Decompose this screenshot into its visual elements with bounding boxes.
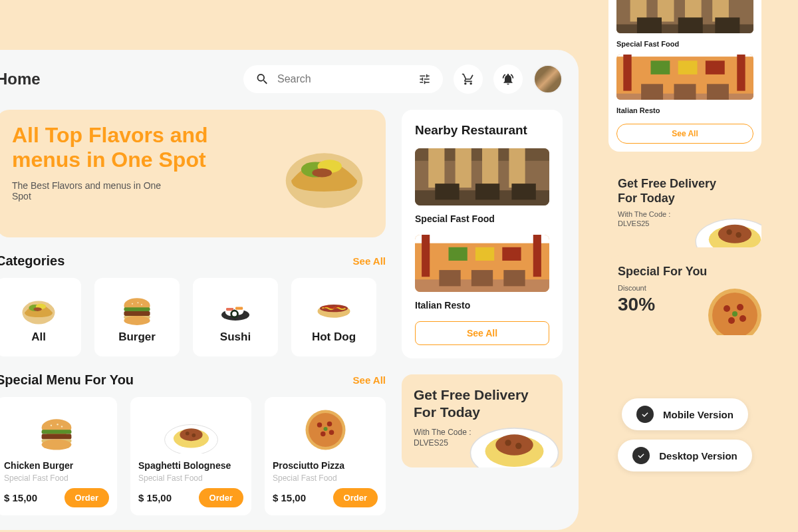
menu-item-spaghetti[interactable]: Spaghetti Bolognese Special Fast Food $ … [130, 397, 251, 515]
menu-name: Chicken Burger [4, 460, 109, 471]
category-all[interactable]: All [0, 278, 81, 356]
check-icon [636, 406, 654, 423]
menu-sub: Special Fast Food [4, 473, 109, 483]
categories-see-all[interactable]: See All [353, 255, 386, 267]
menu-price: $ 15,00 [273, 492, 306, 503]
categories-title: Categories [0, 253, 65, 269]
category-label: Hot Dog [312, 331, 356, 344]
restaurant-image [616, 55, 753, 100]
restaurant-image [415, 235, 549, 292]
notifications-button[interactable] [493, 65, 523, 94]
order-button[interactable]: Order [333, 488, 378, 507]
check-icon [632, 447, 650, 464]
version-label: Mobile Version [663, 409, 733, 420]
special-menu-row: Chicken Burger Special Fast Food $ 15,00… [0, 397, 386, 515]
hero-title: All Top Flavors and menus in One Spot [12, 123, 238, 172]
restaurant-name: Italian Resto [415, 300, 549, 311]
category-hotdog[interactable]: Hot Dog [291, 278, 376, 356]
restaurant-image [616, 0, 753, 33]
search-input[interactable] [277, 73, 410, 85]
menu-sub: Special Fast Food [138, 473, 243, 483]
version-label: Desktop Version [659, 450, 737, 462]
mobile-preview: Special Fast Food Italian Resto See All [608, 0, 761, 152]
sushi-icon [212, 291, 259, 325]
category-label: Sushi [220, 331, 251, 344]
menu-name: Prosciutto Pizza [273, 460, 378, 471]
bell-icon [501, 72, 515, 86]
hotdog-icon [311, 291, 357, 325]
desktop-version-badge[interactable]: Desktop Version [618, 440, 752, 471]
category-sushi[interactable]: Sushi [193, 278, 278, 356]
menu-item-pizza[interactable]: Prosciutto Pizza Special Fast Food $ 15,… [265, 397, 386, 515]
taco-icon [15, 291, 62, 325]
special-menu-see-all[interactable]: See All [353, 374, 386, 386]
nearby-restaurant-card: Nearby Restaurant Special Fast Food Ital… [402, 110, 563, 358]
page-title: Home [0, 70, 41, 88]
free-delivery-promo[interactable]: Get Free Delivery For Today With The Cod… [402, 374, 563, 467]
restaurant-name: Special Fast Food [415, 213, 549, 224]
top-bar: Home [0, 65, 563, 94]
avatar[interactable] [533, 65, 563, 94]
category-label: Burger [118, 331, 156, 344]
pasta-image [688, 194, 761, 247]
version-badges: Mobile Version Desktop Version [608, 398, 761, 471]
side-special-promo[interactable]: Special For You Discount 30% [608, 255, 761, 335]
category-burger[interactable]: Burger [94, 278, 180, 356]
order-button[interactable]: Order [199, 488, 243, 507]
burger-image [30, 407, 83, 454]
restaurant-item[interactable]: Special Fast Food [415, 148, 549, 224]
hero-food-image [269, 130, 379, 209]
cart-icon [462, 72, 475, 86]
nearby-title: Nearby Restaurant [415, 123, 549, 138]
burger-icon [114, 291, 160, 325]
search-bar[interactable] [243, 65, 443, 93]
side-preview-column: Special Fast Food Italian Resto See All … [608, 0, 761, 471]
hero-banner: All Top Flavors and menus in One Spot Th… [0, 110, 386, 237]
category-label: All [31, 331, 46, 344]
menu-name: Spaghetti Bolognese [138, 460, 243, 471]
tune-icon[interactable] [418, 72, 431, 86]
pasta-image [460, 401, 563, 467]
main-panel: Home All Top Flavors and menus in One Sp… [0, 50, 579, 530]
restaurant-item[interactable]: Special Fast Food [616, 0, 753, 48]
mobile-see-all-button[interactable]: See All [616, 124, 753, 144]
promo-title: Special For You [618, 265, 731, 279]
menu-sub: Special Fast Food [273, 473, 378, 483]
restaurant-item[interactable]: Italian Resto [616, 55, 753, 114]
restaurant-name: Special Fast Food [616, 40, 753, 48]
pizza-image [688, 282, 761, 335]
restaurant-item[interactable]: Italian Resto [415, 235, 549, 311]
pizza-image [301, 405, 350, 455]
restaurant-image [415, 148, 549, 205]
search-icon [255, 72, 269, 86]
restaurant-name: Italian Resto [616, 106, 753, 114]
cart-button[interactable] [454, 65, 483, 94]
hero-subtitle: The Best Flavors and menus in One Spot [12, 180, 178, 201]
side-free-delivery-promo[interactable]: Get Free Delivery For Today With The Cod… [608, 168, 761, 247]
mobile-version-badge[interactable]: Mobile Version [622, 398, 748, 430]
special-menu-title: Special Menu For You [0, 372, 134, 388]
categories-row: All Burger Sushi Hot Dog [0, 278, 386, 356]
menu-price: $ 15,00 [4, 492, 37, 503]
nearby-see-all-button[interactable]: See All [415, 321, 549, 345]
menu-price: $ 15,00 [138, 492, 172, 503]
pasta-image [160, 407, 223, 454]
order-button[interactable]: Order [65, 488, 109, 507]
menu-item-burger[interactable]: Chicken Burger Special Fast Food $ 15,00… [0, 397, 117, 515]
